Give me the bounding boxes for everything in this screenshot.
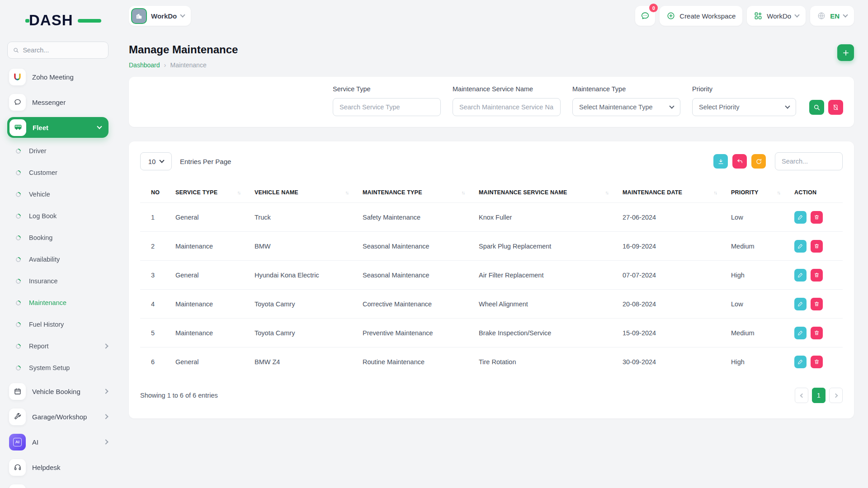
sidebar-item-zoho-meeting[interactable]: Zoho Meeting	[0, 64, 116, 89]
cell-service-name: Brake Inspection/Service	[475, 319, 619, 347]
undo-arrow-icon	[736, 158, 743, 165]
clear-filter-button[interactable]	[828, 100, 843, 115]
bullet-icon	[15, 169, 22, 176]
prev-page-button[interactable]	[795, 388, 808, 403]
maintenance-type-select[interactable]: Select Maintenance Type	[572, 98, 680, 116]
chevron-right-icon	[103, 414, 108, 419]
sidebar-item-driver[interactable]: Driver	[0, 140, 116, 162]
table-footer: Showing 1 to 6 of 6 entries 1	[140, 388, 843, 403]
priority-select[interactable]: Select Priority	[692, 98, 796, 116]
edit-button[interactable]	[794, 356, 807, 368]
breadcrumb: Dashboard › Maintenance	[129, 61, 238, 69]
pencil-icon	[797, 301, 803, 307]
column-header-maintenance-service-name[interactable]: MAINTENANCE SERVICE NAME↑↓	[475, 184, 619, 203]
search-icon	[13, 47, 19, 54]
sidebar-item-report[interactable]: Report	[0, 335, 116, 357]
column-header-priority[interactable]: PRIORITY↑↓	[727, 184, 791, 203]
edit-button[interactable]	[794, 298, 807, 310]
table-search-input[interactable]	[775, 152, 843, 170]
edit-button[interactable]	[794, 269, 807, 282]
sidebar-item-maintenance[interactable]: Maintenance	[0, 292, 116, 314]
sidebar-item-label: Fleet	[33, 124, 48, 131]
cell-service-type: General	[172, 203, 251, 232]
sidebar-search[interactable]	[7, 42, 108, 59]
chevron-down-icon	[97, 124, 102, 129]
column-header-service-type[interactable]: SERVICE TYPE↑↓	[172, 184, 251, 203]
cell-date: 20-08-2024	[619, 290, 727, 319]
bullet-icon	[15, 256, 22, 263]
cell-priority: Medium	[727, 232, 791, 261]
sidebar-item-booking[interactable]: Booking	[0, 227, 116, 249]
table-row: 4 Maintenance Toyota Camry Corrective Ma…	[140, 290, 843, 319]
delete-button[interactable]	[811, 269, 823, 282]
chevron-right-icon	[103, 439, 108, 444]
sidebar-item-helpdesk[interactable]: Helpdesk	[0, 455, 116, 480]
trash-icon	[814, 301, 820, 307]
workdo-menu-label: WorkDo	[767, 12, 791, 20]
maintenance-service-name-input[interactable]	[453, 98, 561, 116]
service-type-input[interactable]	[333, 98, 441, 116]
zoho-meeting-icon	[9, 69, 26, 85]
edit-button[interactable]	[794, 327, 807, 339]
delete-button[interactable]	[811, 356, 823, 368]
cell-maintenance-type: Seasonal Maintenance	[359, 261, 475, 290]
chevron-right-icon	[103, 389, 108, 394]
workdo-menu[interactable]: WorkDo	[747, 6, 806, 26]
delete-button[interactable]	[811, 298, 823, 310]
sidebar-item-label: Helpdesk	[32, 464, 61, 471]
add-maintenance-button[interactable]	[837, 44, 854, 61]
breadcrumb-dashboard-link[interactable]: Dashboard	[129, 61, 160, 69]
sidebar-subitem-label: Report	[29, 343, 49, 350]
sidebar-item-settings[interactable]: Settings	[0, 480, 116, 488]
sidebar-item-garage-workshop[interactable]: Garage/Workshop	[0, 404, 116, 429]
column-header-vehicle-name[interactable]: VEHICLE NAME↑↓	[251, 184, 359, 203]
sidebar-search-input[interactable]	[23, 47, 103, 54]
cell-maintenance-type: Corrective Maintenance	[359, 290, 475, 319]
sidebar-item-vehicle[interactable]: Vehicle	[0, 183, 116, 205]
column-header-maintenance-type[interactable]: MAINTENANCE TYPE↑↓	[359, 184, 475, 203]
workspace-selector[interactable]: WorkDo	[129, 6, 191, 26]
plus-icon	[842, 49, 850, 57]
undo-button[interactable]	[732, 154, 747, 169]
delete-button[interactable]	[811, 240, 823, 253]
sidebar-item-fuel-history[interactable]: Fuel History	[0, 314, 116, 335]
sidebar-item-log-book[interactable]: Log Book	[0, 205, 116, 227]
chat-button[interactable]: 0	[635, 6, 655, 26]
language-selector[interactable]: EN	[810, 6, 854, 26]
pencil-icon	[797, 243, 803, 249]
sidebar-item-insurance[interactable]: Insurance	[0, 270, 116, 292]
sidebar-item-fleet[interactable]: Fleet	[7, 117, 108, 138]
table-row: 3 General Hyundai Kona Electric Seasonal…	[140, 261, 843, 290]
filter-panel: Service Type Maintenance Service Name Ma…	[129, 77, 854, 127]
bullet-icon	[15, 234, 22, 241]
entries-per-page-select[interactable]: 10	[140, 152, 172, 170]
chat-bubble-icon	[640, 11, 650, 21]
sort-icon: ↑↓	[237, 190, 241, 195]
apply-filter-button[interactable]	[809, 100, 824, 115]
next-page-button[interactable]	[829, 388, 843, 403]
cell-no: 5	[140, 319, 172, 347]
sidebar-item-vehicle-booking[interactable]: Vehicle Booking	[0, 379, 116, 404]
sidebar-item-ai[interactable]: AI AI	[0, 429, 116, 455]
cell-service-name: Knox Fuller	[475, 203, 619, 232]
edit-button[interactable]	[794, 240, 807, 253]
trash-icon	[814, 272, 820, 278]
column-header-maintenance-date[interactable]: MAINTENANCE DATE↑↓	[619, 184, 727, 203]
cell-no: 2	[140, 232, 172, 261]
sidebar-item-availability[interactable]: Availability	[0, 249, 116, 270]
sidebar-item-system-setup[interactable]: System Setup	[0, 357, 116, 379]
create-workspace-button[interactable]: Create Workspace	[660, 6, 742, 26]
page-1-button[interactable]: 1	[812, 388, 826, 403]
cell-service-type: Maintenance	[172, 319, 251, 347]
sidebar-subitem-label: Maintenance	[29, 299, 66, 306]
sidebar-item-customer[interactable]: Customer	[0, 162, 116, 183]
refresh-button[interactable]	[751, 154, 766, 169]
export-button[interactable]	[713, 154, 728, 169]
topbar: WorkDo 0 Create Workspace WorkDo	[129, 0, 854, 28]
sort-icon: ↑↓	[777, 190, 780, 195]
table-row: 1 General Truck Safety Maintenance Knox …	[140, 203, 843, 232]
sidebar-item-messenger[interactable]: Messenger	[0, 89, 116, 115]
edit-button[interactable]	[794, 211, 807, 224]
delete-button[interactable]	[811, 211, 823, 224]
delete-button[interactable]	[811, 327, 823, 339]
